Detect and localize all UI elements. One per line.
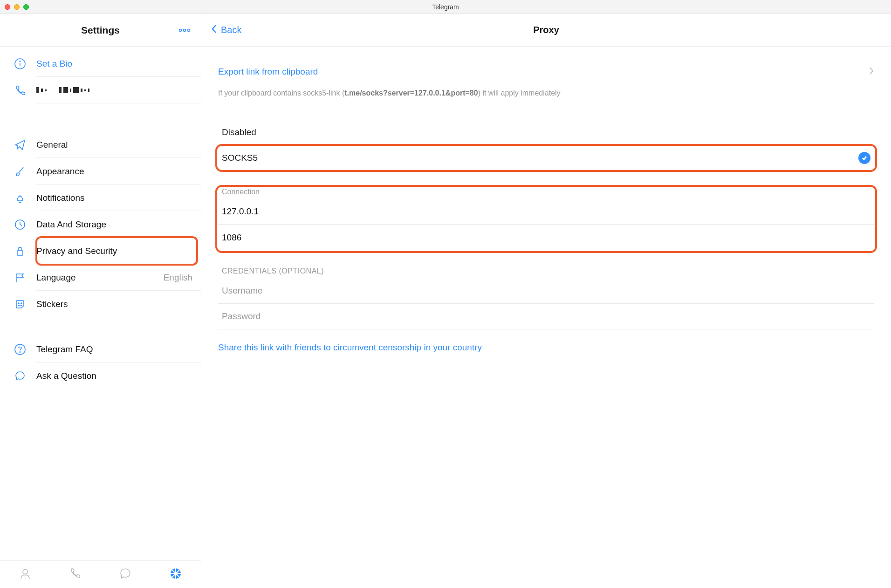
brush-icon: [13, 164, 27, 178]
language-label: Language: [36, 273, 164, 283]
window-title: Telegram: [0, 3, 891, 11]
bell-icon: [13, 191, 27, 205]
sidebar-title: Settings: [0, 25, 201, 36]
sidebar-item-notifications[interactable]: Notifications: [0, 185, 201, 211]
stickers-label: Stickers: [36, 299, 192, 309]
export-link-row[interactable]: Export link from clipboard: [218, 63, 874, 84]
sidebar-item-phone[interactable]: [0, 77, 201, 103]
sidebar-item-ask[interactable]: Ask a Question: [0, 362, 201, 389]
tab-chats[interactable]: [118, 567, 132, 582]
username-input-row[interactable]: [218, 278, 874, 304]
svg-point-2: [188, 29, 190, 31]
lock-icon: [13, 244, 27, 258]
chat-icon: [13, 369, 27, 383]
share-link[interactable]: Share this link with friends to circumve…: [218, 342, 874, 353]
more-button[interactable]: [178, 26, 191, 34]
detail-title: Proxy: [201, 25, 891, 35]
sidebar-item-privacy[interactable]: Privacy and Security: [0, 238, 201, 264]
disabled-label: Disabled: [222, 127, 256, 137]
language-value: English: [164, 273, 192, 283]
notifications-label: Notifications: [36, 193, 192, 203]
ask-label: Ask a Question: [36, 371, 192, 381]
faq-label: Telegram FAQ: [36, 344, 192, 355]
sidebar-item-general[interactable]: General: [0, 131, 201, 158]
help-icon: [13, 342, 27, 356]
connection-group: Connection: [218, 185, 874, 250]
password-input[interactable]: [222, 311, 870, 321]
sidebar-item-bio[interactable]: Set a Bio: [0, 50, 201, 77]
send-icon: [13, 138, 27, 152]
svg-point-12: [18, 303, 19, 304]
settings-sidebar: Settings Set a Bio: [0, 14, 201, 588]
svg-point-15: [20, 351, 21, 352]
username-input[interactable]: [222, 286, 870, 296]
proxy-type-socks5[interactable]: SOCKS5: [218, 145, 874, 171]
tabbar: [0, 560, 201, 588]
titlebar: Telegram: [0, 0, 891, 14]
svg-point-5: [20, 61, 21, 62]
sidebar-header: Settings: [0, 14, 201, 47]
sidebar-item-language[interactable]: Language English: [0, 264, 201, 291]
port-input-row[interactable]: [218, 225, 874, 250]
detail-panel: Back Proxy Export link from clipboard If…: [201, 14, 891, 588]
svg-point-0: [179, 29, 182, 31]
sidebar-item-faq[interactable]: Telegram FAQ: [0, 336, 201, 362]
socks5-label: SOCKS5: [222, 153, 258, 163]
connection-header: Connection: [218, 185, 874, 199]
host-input-row[interactable]: [218, 199, 874, 225]
data-storage-label: Data And Storage: [36, 219, 192, 230]
tab-calls[interactable]: [69, 567, 82, 582]
tab-contacts[interactable]: [18, 567, 32, 582]
phone-value-redacted: [36, 86, 192, 95]
info-icon: [13, 57, 27, 71]
tab-settings[interactable]: [169, 567, 183, 582]
sticker-icon: [13, 297, 27, 311]
bio-label: Set a Bio: [36, 59, 192, 69]
clock-icon: [13, 218, 27, 232]
sidebar-item-appearance[interactable]: Appearance: [0, 158, 201, 185]
appearance-label: Appearance: [36, 166, 192, 177]
back-label: Back: [221, 25, 241, 35]
general-label: General: [36, 140, 192, 150]
detail-header: Back Proxy: [201, 14, 891, 47]
check-icon: [858, 152, 870, 164]
privacy-label: Privacy and Security: [36, 246, 192, 256]
svg-line-9: [20, 225, 22, 226]
proxy-type-disabled[interactable]: Disabled: [218, 120, 874, 145]
export-link-label: Export link from clipboard: [218, 67, 318, 77]
svg-rect-10: [17, 251, 23, 255]
chevron-left-icon: [211, 24, 217, 36]
host-input[interactable]: [222, 206, 870, 217]
credentials-header: CREDENTIALS (OPTIONAL): [218, 264, 874, 278]
flag-icon: [13, 271, 27, 285]
chevron-right-icon: [869, 66, 874, 77]
svg-point-1: [184, 29, 186, 31]
export-hint: If your clipboard contains socks5-link (…: [218, 89, 874, 97]
sidebar-item-stickers[interactable]: Stickers: [0, 291, 201, 317]
svg-point-13: [21, 303, 22, 304]
sidebar-list: Set a Bio: [0, 47, 201, 560]
back-button[interactable]: Back: [211, 24, 241, 36]
port-input[interactable]: [222, 232, 870, 243]
proxy-type-group: Disabled SOCKS5: [218, 120, 874, 171]
phone-icon: [13, 83, 27, 97]
password-input-row[interactable]: [218, 304, 874, 329]
sidebar-item-data-storage[interactable]: Data And Storage: [0, 211, 201, 238]
svg-point-16: [23, 569, 27, 574]
